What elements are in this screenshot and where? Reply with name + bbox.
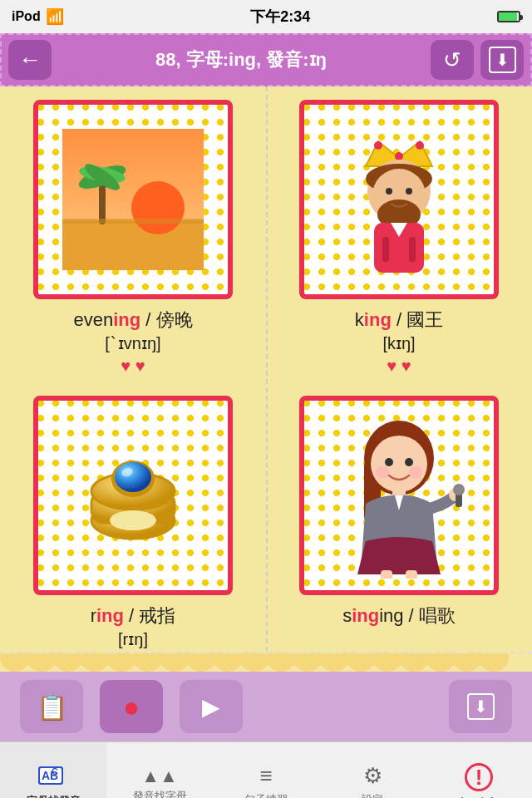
wave-c4	[80, 652, 110, 672]
status-time: 下午2:34	[250, 7, 310, 27]
toolbar: 📋 ● ▶ ⬇	[0, 672, 532, 741]
card-singing[interactable]: singing / 唱歌	[266, 382, 532, 678]
tab-sound-icon: ▲▲	[141, 767, 178, 786]
card-image-ring	[58, 421, 208, 570]
svg-point-16	[406, 188, 412, 195]
play-icon: ▶	[202, 693, 220, 721]
svg-point-41	[453, 484, 465, 495]
back-button[interactable]: ←	[8, 40, 52, 80]
wave-c18	[452, 652, 482, 672]
wave-c14	[346, 652, 376, 672]
header-title: 88, 字母:ing, 發音:ɪŋ	[58, 47, 424, 72]
card-ring[interactable]: ring / 戒指 [rɪŋ] ♥ ♥	[0, 382, 266, 678]
card-frame-ring	[33, 396, 233, 595]
status-bar: iPod 📶 下午2:34	[0, 0, 532, 33]
status-left: iPod 📶	[12, 7, 64, 26]
card-phonetic-king: [kɪŋ]	[382, 333, 415, 353]
wifi-icon: 📶	[46, 7, 64, 26]
tab-letter[interactable]: AB C 字母找發音	[0, 742, 106, 798]
card-king[interactable]: king / 國王 [kɪŋ] ♥ ♥	[266, 86, 532, 382]
tab-settings-label: 設定	[362, 792, 383, 798]
card-frame-evening	[33, 100, 233, 299]
card-grid: evening / 傍晚 [ˋɪvnɪŋ] ♥ ♥	[0, 86, 532, 652]
wave-c13	[319, 652, 349, 672]
svg-point-35	[376, 466, 389, 479]
svg-point-10	[395, 152, 403, 160]
svg-point-11	[416, 141, 424, 150]
king-svg	[332, 116, 466, 283]
wave-c1	[0, 652, 30, 672]
refresh-button[interactable]: ↺	[431, 40, 474, 80]
wave-c15	[372, 652, 402, 672]
tab-appinfo-icon: !	[465, 763, 493, 791]
wave-c10	[239, 652, 269, 672]
card-evening[interactable]: evening / 傍晚 [ˋɪvnɪŋ] ♥ ♥	[0, 86, 266, 382]
tab-letter-icon: AB C	[38, 761, 68, 791]
list-icon: 📋	[37, 692, 67, 722]
svg-rect-21	[409, 237, 416, 262]
tab-bar: AB C 字母找發音 ▲▲ 發音找字母 ≡ 句子練習 ⚙ 設定 ! App In…	[0, 741, 532, 798]
svg-rect-43	[406, 570, 417, 579]
tab-appinfo[interactable]: ! App Info	[426, 742, 532, 798]
wave-c2	[27, 652, 57, 672]
card-image-king	[324, 125, 474, 274]
hide-icon: ⬇	[489, 47, 516, 73]
record-icon: ●	[123, 691, 140, 723]
singer-svg	[332, 412, 466, 579]
card-image-evening	[58, 125, 208, 274]
card-label-ring: ring / 戒指	[91, 603, 176, 629]
svg-point-15	[386, 188, 392, 195]
svg-rect-1	[62, 220, 204, 270]
tab-sentence-label: 句子練習	[244, 792, 288, 798]
sunset-svg	[62, 129, 204, 270]
card-image-singing	[324, 421, 474, 570]
status-right	[497, 11, 520, 22]
wave-c7	[160, 652, 190, 672]
tab-settings[interactable]: ⚙ 設定	[319, 742, 426, 798]
svg-point-2	[131, 181, 185, 234]
device-label: iPod	[12, 9, 41, 24]
list-button[interactable]: 📋	[20, 680, 83, 733]
svg-point-34	[405, 458, 413, 466]
wave-c6	[133, 652, 163, 672]
play-button[interactable]: ▶	[180, 680, 243, 733]
wave-c9	[213, 652, 243, 672]
wave-c5	[106, 652, 136, 672]
toolbar-hide-button[interactable]: ⬇	[449, 680, 512, 733]
svg-rect-42	[381, 570, 392, 579]
wave-c16	[399, 652, 429, 672]
tab-settings-icon: ⚙	[363, 763, 382, 789]
card-frame-king	[299, 100, 499, 299]
toolbar-hide-icon: ⬇	[467, 693, 495, 720]
ring-svg	[62, 425, 204, 566]
tab-sound[interactable]: ▲▲ 發音找字母	[106, 742, 213, 798]
svg-text:C: C	[52, 766, 58, 776]
tab-sentence[interactable]: ≡ 句子練習	[213, 742, 319, 798]
svg-rect-7	[62, 219, 204, 224]
svg-point-32	[371, 436, 427, 492]
record-button[interactable]: ●	[100, 680, 163, 733]
wave-row	[0, 652, 532, 672]
card-frame-singing	[299, 396, 499, 595]
tab-sentence-icon: ≡	[259, 763, 272, 789]
card-phonetic-ring: [rɪŋ]	[118, 629, 148, 649]
wave-c11	[266, 652, 296, 672]
svg-rect-20	[382, 237, 389, 262]
svg-point-9	[374, 141, 382, 150]
svg-point-27	[115, 462, 151, 492]
svg-point-36	[409, 466, 422, 479]
card-phonetic-evening: [ˋɪvnɪŋ]	[105, 333, 160, 353]
hide-button[interactable]: ⬇	[480, 40, 524, 80]
wave-c8	[186, 652, 216, 672]
hearts-evening: ♥ ♥	[121, 357, 145, 376]
card-label-evening: evening / 傍晚	[73, 308, 192, 333]
battery-icon	[497, 11, 520, 22]
svg-point-29	[110, 510, 156, 530]
wave-c3	[53, 652, 83, 672]
wave-c19	[479, 652, 509, 672]
card-label-singing: singing / 唱歌	[342, 603, 456, 629]
wave-divider	[0, 652, 532, 672]
back-icon: ←	[18, 47, 42, 73]
hearts-king: ♥ ♥	[387, 357, 411, 376]
svg-point-33	[385, 458, 393, 466]
